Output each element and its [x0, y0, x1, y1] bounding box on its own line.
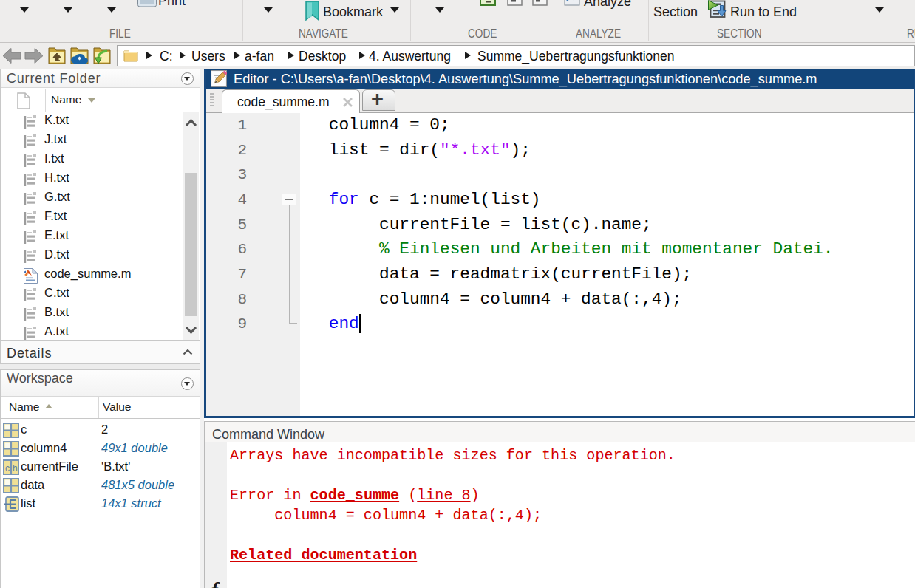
- svg-text:c: c: [5, 463, 10, 474]
- svg-text:h: h: [13, 463, 18, 474]
